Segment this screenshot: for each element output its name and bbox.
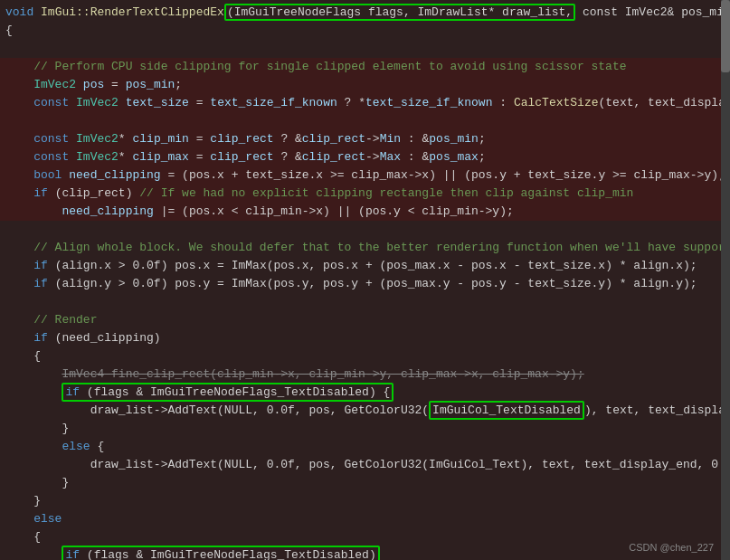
line-draw-normal-1: draw_list->AddText(NULL, 0.0f, pos, GetC… — [0, 456, 730, 474]
line-1-content: void ImGui::RenderTextClippedEx(ImGuiTre… — [5, 4, 730, 22]
line-if-flags-2-content: if (flags & ImGuiTreeNodeFlags_TextDisab… — [5, 546, 380, 560]
line-if-clip-rect-content: if (clip_rect) // If we had no explicit … — [5, 185, 633, 203]
line-else-2: else — [0, 510, 730, 528]
code-container: void ImGui::RenderTextClippedEx(ImGuiTre… — [0, 0, 730, 560]
line-brace-close-inner-1-content: } — [5, 420, 69, 438]
line-imvec2-pos-content: ImVec2 pos = pos_min; — [5, 76, 182, 94]
line-text-size-content: const ImVec2 text_size = text_size_if_kn… — [5, 94, 730, 112]
scrollbar[interactable] — [721, 0, 730, 560]
scrollbar-thumb[interactable] — [721, 0, 730, 72]
line-comment-align: // Align whole block. We should defer th… — [0, 239, 730, 257]
line-draw-disabled-1: draw_list->AddText(NULL, 0.0f, pos, GetC… — [0, 402, 730, 420]
line-comment-render: // Render — [0, 311, 730, 329]
line-brace-close-inner-1: } — [0, 420, 730, 438]
line-brace-open-2-content: { — [5, 347, 41, 365]
line-imvec2-pos: ImVec2 pos = pos_min; — [0, 76, 730, 94]
line-comment-render-content: // Render — [5, 311, 97, 329]
line-brace-close-inner-2: } — [0, 474, 730, 492]
line-if-clip-rect: if (clip_rect) // If we had no explicit … — [0, 185, 730, 203]
line-empty-2 — [0, 221, 730, 239]
line-comment-align-content: // Align whole block. We should defer th… — [5, 239, 730, 257]
line-brace-close-main-content: } — [5, 492, 41, 510]
line-need-clipping-or-content: need_clipping |= (pos.x < clip_min->x) |… — [5, 203, 514, 221]
line-clip-min-content: const ImVec2* clip_min = clip_rect ? &cl… — [5, 130, 486, 148]
line-if-align-y: if (align.y > 0.0f) pos.y = ImMax(pos.y,… — [0, 275, 730, 293]
line-brace-open-4: { — [0, 528, 730, 546]
line-else-1-content: else { — [5, 438, 104, 456]
line-2: { — [0, 22, 730, 40]
line-brace-close-main: } — [0, 492, 730, 510]
line-if-flags-1-content: if (flags & ImGuiTreeNodeFlags_TextDisab… — [5, 384, 393, 402]
line-if-align-x-content: if (align.x > 0.0f) pos.x = ImMax(pos.x,… — [5, 257, 697, 275]
line-empty-red — [0, 112, 730, 130]
line-clip-max-content: const ImVec2* clip_max = clip_rect ? &cl… — [5, 148, 486, 166]
line-else-1: else { — [0, 438, 730, 456]
line-brace-open-4-content: { — [5, 528, 41, 546]
line-empty-3 — [0, 293, 730, 311]
line-if-align-x: if (align.x > 0.0f) pos.x = ImMax(pos.x,… — [0, 257, 730, 275]
code-area: void ImGui::RenderTextClippedEx(ImGuiTre… — [0, 0, 730, 560]
watermark: CSDN @chen_227 — [629, 542, 714, 553]
line-if-need-clipping-content: if (need_clipping) — [5, 329, 161, 347]
line-clip-min: const ImVec2* clip_min = clip_rect ? &cl… — [0, 130, 730, 148]
line-if-flags-2: if (flags & ImGuiTreeNodeFlags_TextDisab… — [0, 546, 730, 560]
line-if-flags-1: if (flags & ImGuiTreeNodeFlags_TextDisab… — [0, 384, 730, 402]
line-1: void ImGui::RenderTextClippedEx(ImGuiTre… — [0, 4, 730, 22]
line-text-size: const ImVec2 text_size = text_size_if_kn… — [0, 94, 730, 112]
line-else-2-content: else — [5, 510, 62, 528]
line-bool-need: bool need_clipping = (pos.x + text_size.… — [0, 166, 730, 185]
line-draw-normal-1-content: draw_list->AddText(NULL, 0.0f, pos, GetC… — [5, 456, 730, 474]
line-comment-1-content: // Perform CPU side clipping for single … — [5, 58, 627, 76]
line-need-clipping-or: need_clipping |= (pos.x < clip_min->x) |… — [0, 203, 730, 221]
line-brace-open-2: { — [0, 347, 730, 365]
line-if-need-clipping: if (need_clipping) — [0, 329, 730, 347]
line-2-content: { — [5, 22, 13, 40]
line-comment-1: // Perform CPU side clipping for single … — [0, 58, 730, 76]
line-if-align-y-content: if (align.y > 0.0f) pos.y = ImMax(pos.y,… — [5, 275, 697, 293]
line-clip-max: const ImVec2* clip_max = clip_rect ? &cl… — [0, 148, 730, 166]
line-empty-1 — [0, 40, 730, 58]
line-imvec4-content: ImVec4 fine_clip_rect(clip_min->x, clip_… — [5, 365, 584, 384]
line-draw-disabled-1-content: draw_list->AddText(NULL, 0.0f, pos, GetC… — [5, 402, 730, 420]
line-brace-close-inner-2-content: } — [5, 474, 69, 492]
line-imvec4: ImVec4 fine_clip_rect(clip_min->x, clip_… — [0, 365, 730, 384]
line-bool-need-content: bool need_clipping = (pos.x + text_size.… — [5, 166, 725, 185]
